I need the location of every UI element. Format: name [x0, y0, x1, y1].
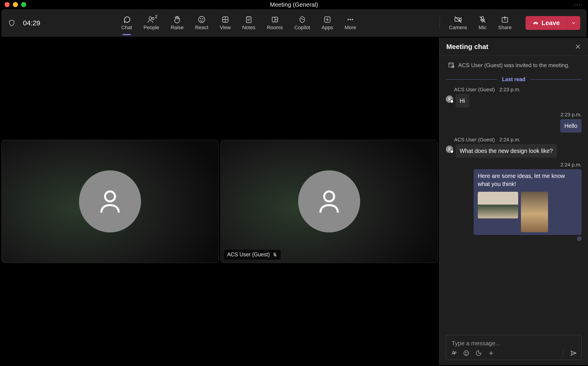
message-bubble[interactable]: What does the new design look like? [456, 144, 557, 158]
image-attachment[interactable] [521, 192, 548, 232]
apps-label: Apps [322, 25, 333, 30]
loop-button[interactable] [475, 350, 482, 356]
emoji-icon [463, 350, 470, 356]
hand-icon [173, 15, 181, 24]
svg-point-27 [324, 191, 334, 201]
svg-point-2 [199, 16, 205, 23]
loop-icon [475, 350, 482, 356]
share-icon [501, 15, 509, 24]
people-label: People [144, 25, 159, 30]
raise-hand-button[interactable]: Raise [168, 14, 186, 32]
message-meta: 2:24 p.m. [446, 162, 581, 168]
more-options-button[interactable]: ··· [574, 1, 581, 8]
svg-point-41 [465, 352, 466, 353]
notes-button[interactable]: Notes [240, 14, 257, 32]
mic-label: Mic [479, 25, 486, 30]
system-message-text: ACS User (Guest) was invited to the meet… [458, 61, 569, 69]
message-text: Here are some ideas, let me know what yo… [478, 173, 565, 187]
message-time: 2:24 p.m. [499, 137, 521, 143]
window-controls [5, 2, 26, 7]
message-sender: ACS User (Guest) [454, 87, 495, 93]
send-button[interactable] [570, 350, 577, 357]
sender-avatar [446, 95, 453, 103]
compose-area [439, 330, 588, 365]
avatar-placeholder [79, 170, 141, 232]
camera-label: Camera [449, 25, 467, 30]
react-button[interactable]: React [193, 14, 211, 32]
people-button[interactable]: 2 People [141, 14, 162, 32]
meeting-body: ACS User (Guest) Meeting chat ACS User (… [0, 38, 588, 365]
meeting-toolbar: 04:29 Chat 2 People Raise React View No [1, 9, 587, 37]
window-title: Meeting (General) [270, 1, 318, 8]
format-icon [451, 350, 457, 356]
participant-tile-guest[interactable]: ACS User (Guest) [220, 140, 438, 263]
chevron-down-icon [571, 21, 576, 25]
svg-rect-8 [246, 17, 251, 23]
leave-dropdown-button[interactable] [567, 16, 580, 30]
last-read-divider: Last read [446, 76, 581, 83]
mic-button[interactable]: Mic [476, 14, 489, 32]
svg-point-38 [449, 148, 450, 149]
chat-title: Meeting chat [446, 43, 488, 51]
more-label: More [345, 25, 356, 30]
emoji-button[interactable] [463, 350, 470, 356]
attach-button[interactable] [488, 350, 494, 356]
ellipsis-icon [346, 15, 354, 24]
chat-button[interactable]: Chat [119, 14, 134, 32]
minimize-window-button[interactable] [13, 2, 18, 7]
leave-area: Leave [526, 16, 580, 30]
message-input[interactable] [452, 340, 576, 347]
message-bubble[interactable]: Hello [560, 119, 581, 133]
people-count-badge: 2 [155, 15, 157, 19]
camera-off-icon [454, 15, 462, 24]
leave-button[interactable]: Leave [526, 16, 567, 30]
chat-label: Chat [121, 25, 132, 30]
toolbar-divider [440, 16, 440, 30]
plus-icon [488, 350, 494, 356]
share-label: Share [498, 25, 512, 30]
format-button[interactable] [451, 350, 457, 356]
message-sender: ACS User (Guest) [454, 137, 495, 143]
svg-point-18 [347, 19, 349, 20]
camera-button[interactable]: Camera [447, 14, 469, 32]
share-button[interactable]: Share [496, 14, 514, 32]
close-window-button[interactable] [5, 2, 10, 7]
chat-messages[interactable]: ACS User (Guest) was invited to the meet… [439, 56, 588, 330]
more-button[interactable]: More [342, 14, 358, 32]
person-icon [447, 97, 452, 101]
image-attachment[interactable] [478, 192, 518, 218]
read-receipt-icon [577, 236, 581, 241]
svg-point-42 [467, 352, 467, 353]
raise-label: Raise [171, 25, 184, 30]
compose-toolbar [451, 350, 577, 357]
divider-line [530, 79, 581, 80]
video-stage: ACS User (Guest) [0, 38, 439, 365]
copilot-button[interactable]: Copilot [292, 14, 312, 32]
svg-line-22 [455, 16, 461, 23]
message-time: 2:23 p.m. [560, 112, 581, 118]
svg-point-20 [352, 19, 353, 20]
rooms-button[interactable]: Rooms [265, 14, 285, 32]
compose-box[interactable] [446, 335, 581, 360]
svg-point-1 [152, 17, 154, 20]
person-icon [447, 147, 452, 152]
message-row: Here are some ideas, let me know what yo… [446, 169, 581, 235]
message-row: Hello [446, 119, 581, 133]
close-chat-button[interactable] [575, 44, 581, 50]
read-receipt [446, 236, 581, 241]
view-button[interactable]: View [218, 14, 233, 32]
message-bubble[interactable]: Here are some ideas, let me know what yo… [474, 169, 581, 235]
toolbar-right: Camera Mic Share Leave [447, 14, 580, 32]
participant-name-tag: ACS User (Guest) [224, 250, 281, 259]
shield-icon[interactable] [8, 19, 16, 27]
close-icon [575, 44, 581, 50]
participant-tile-self[interactable] [1, 140, 219, 263]
svg-point-4 [203, 19, 203, 19]
message-bubble[interactable]: Hi [456, 94, 469, 107]
apps-button[interactable]: Apps [319, 14, 335, 32]
message-meta: 2:23 p.m. [446, 112, 581, 118]
people-icon: 2 [147, 15, 155, 24]
svg-point-0 [149, 17, 152, 20]
maximize-window-button[interactable] [21, 2, 26, 7]
participant-name: ACS User (Guest) [227, 252, 270, 258]
